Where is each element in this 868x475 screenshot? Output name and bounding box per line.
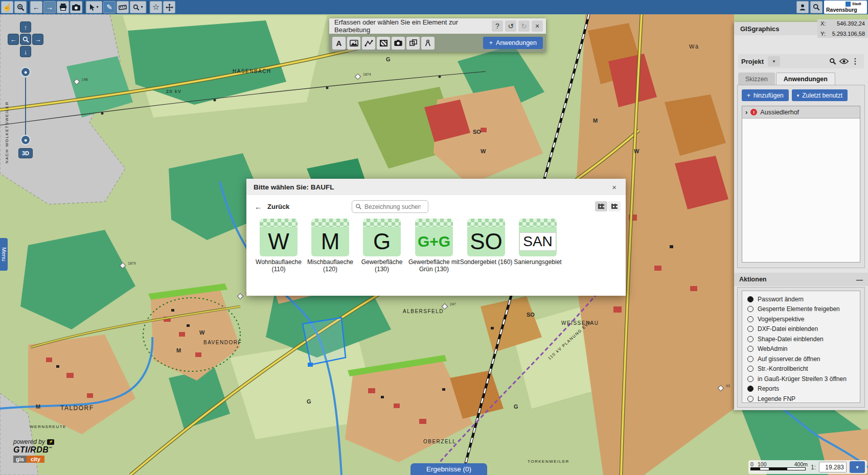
fullscreen-move-button[interactable]: [163, 1, 175, 13]
pan-hand-icon[interactable]: ☝: [1, 1, 13, 13]
tile-mischbauflaeche[interactable]: M: [311, 219, 349, 256]
action-legende-fnp[interactable]: Legende FNP: [747, 394, 860, 404]
sidebar-search-button[interactable]: [827, 56, 838, 67]
close-capture-button[interactable]: ×: [532, 20, 543, 32]
svg-text:1874: 1874: [363, 73, 371, 76]
radio-icon: [747, 356, 753, 362]
action-vogelperspektive[interactable]: Vogelperspektive: [747, 314, 860, 324]
pan-up-button[interactable]: ↑: [20, 21, 31, 33]
back-button[interactable]: ← Zurück: [255, 202, 289, 211]
copy-shape-icon: [409, 39, 417, 46]
tile-checker-strip: [415, 219, 453, 227]
recently-used-button[interactable]: ▾ Zuletzt benutzt: [792, 89, 848, 101]
action-gesperrte-elemente[interactable]: Gesperrte Elemente freigeben: [747, 304, 860, 315]
tree-item-aussiedlerhof[interactable]: › ! Aussiedlerhof: [742, 106, 860, 118]
bauflaeche-dialog: Bitte wählen Sie: BAUFL × ← Zurück W M G…: [246, 179, 626, 296]
pan-right-button[interactable]: →: [32, 34, 43, 45]
polyline-tool-button[interactable]: [362, 37, 375, 50]
action-str-kontrollbericht[interactable]: Str.-Kontrollbericht: [747, 364, 860, 374]
tile-sondergebiet[interactable]: SO: [467, 219, 505, 256]
image-tool-button[interactable]: [347, 37, 360, 50]
print-button[interactable]: [57, 1, 69, 13]
more-options-button[interactable]: ⋮: [850, 56, 861, 67]
tile-gewerbeflaeche[interactable]: G: [363, 219, 401, 256]
undo-button[interactable]: ↺: [505, 20, 516, 32]
action-gisserver-oeffnen[interactable]: Auf gisserver.de öffnen: [747, 354, 860, 364]
screenshot-button[interactable]: [70, 1, 82, 13]
help-button[interactable]: ?: [492, 20, 503, 32]
zoom-slider-track[interactable]: [25, 78, 26, 135]
scale-ticks: 0 100 400m: [750, 461, 808, 467]
history-forward-button[interactable]: →: [43, 1, 56, 13]
undo-icon: ↺: [508, 22, 514, 30]
scale-input[interactable]: [819, 462, 847, 472]
measure-ruler-button[interactable]: [117, 1, 129, 13]
tile-label-line2: (120): [302, 266, 358, 273]
add-button[interactable]: + hinzufügen: [742, 89, 789, 101]
action-reports[interactable]: Reports: [747, 384, 860, 394]
action-webadmin[interactable]: WebAdmin: [747, 344, 860, 354]
history-back-button[interactable]: ←: [30, 1, 42, 13]
y-value: 5.293.106,58: [832, 31, 865, 37]
brand-text: GTI/RDB: [13, 445, 49, 454]
favorites-star-button[interactable]: ☆: [150, 1, 162, 13]
anwendungen-button[interactable]: + Anwendungen: [483, 37, 543, 49]
search-icon: [813, 4, 820, 11]
select-cursor-button[interactable]: ▾: [86, 1, 102, 13]
construct-tool-button[interactable]: [421, 37, 435, 50]
scale-bar: 0 100 400m: [750, 461, 808, 473]
project-dropdown-button[interactable]: ▾: [768, 56, 780, 66]
zoom-center-button[interactable]: [20, 34, 31, 45]
pan-down-button[interactable]: ↓: [20, 46, 31, 57]
table-view-button[interactable]: [608, 201, 621, 211]
pan-left-button[interactable]: ←: [8, 34, 19, 45]
chevron-down-icon: ▾: [856, 464, 858, 470]
svg-text:G: G: [386, 56, 391, 62]
back-arrow-icon: ←: [255, 202, 262, 211]
redo-button[interactable]: ↻: [518, 20, 530, 32]
action-label: Passwort ändern: [758, 296, 804, 303]
action-shape-einblenden[interactable]: Shape-Datei einblenden: [747, 334, 860, 344]
tile-wohnbauflaeche[interactable]: W: [260, 219, 298, 256]
tile-sanierungsgebiet[interactable]: SAN: [519, 219, 557, 256]
menu-tab[interactable]: Menu: [0, 238, 8, 271]
view-3d-button[interactable]: 3D: [18, 148, 33, 158]
search-input[interactable]: [364, 203, 421, 210]
hatch-area-tool-button[interactable]: [377, 37, 390, 50]
action-gauss-krueger[interactable]: in Gauß-Krüger Streifen 3 öffnen: [747, 374, 860, 384]
search-zoom-button[interactable]: ▾: [130, 1, 146, 13]
photo-tool-button[interactable]: [392, 37, 405, 50]
scale-segment: [760, 468, 769, 470]
tab-anwendungen[interactable]: Anwendungen: [776, 73, 835, 85]
user-button[interactable]: [796, 1, 809, 13]
tile-checker-strip: [260, 219, 298, 227]
zoom-out-slider-button[interactable]: ●: [20, 135, 31, 145]
star-icon: ☆: [152, 3, 159, 11]
forward-arrow-icon: →: [46, 4, 53, 11]
svg-text:W: W: [634, 148, 639, 154]
text-tool-button[interactable]: A: [332, 37, 346, 50]
draw-pencil-button[interactable]: ✎: [103, 1, 116, 13]
results-tab[interactable]: Ergebnisse (0): [410, 463, 487, 475]
tab-skizzen[interactable]: Skizzen: [738, 73, 775, 85]
collapse-button[interactable]: —: [856, 276, 863, 283]
powered-by-text: powered by: [13, 438, 45, 445]
capture-panel-title: Erfassen oder wählen Sie ein Element zur…: [332, 18, 490, 34]
tile-gewerbeflaeche-gruen[interactable]: G+G: [415, 219, 453, 256]
action-passwort-aendern[interactable]: Passwort ändern: [747, 294, 860, 304]
search-button[interactable]: [810, 1, 823, 13]
zoom-in-slider-button[interactable]: ●: [20, 67, 31, 77]
chevron-down-icon: ▾: [773, 59, 775, 64]
visibility-button[interactable]: [838, 56, 850, 67]
tile-label-line2: (110): [250, 266, 307, 273]
zoom-in-icon[interactable]: [14, 1, 27, 13]
copy-geometry-tool-button[interactable]: [406, 37, 420, 50]
svg-text:Wä: Wä: [689, 43, 699, 50]
dialog-close-button[interactable]: ×: [610, 182, 619, 193]
tile-label-line1: Gewerbefläche mit: [406, 258, 462, 266]
arrow-right-icon: →: [35, 36, 41, 43]
action-label: DXF-Datei einblenden: [758, 325, 818, 332]
card-view-button[interactable]: [595, 201, 607, 211]
scale-dropdown-button[interactable]: ▾: [850, 461, 865, 473]
action-dxf-einblenden[interactable]: DXF-Datei einblenden: [747, 324, 860, 335]
